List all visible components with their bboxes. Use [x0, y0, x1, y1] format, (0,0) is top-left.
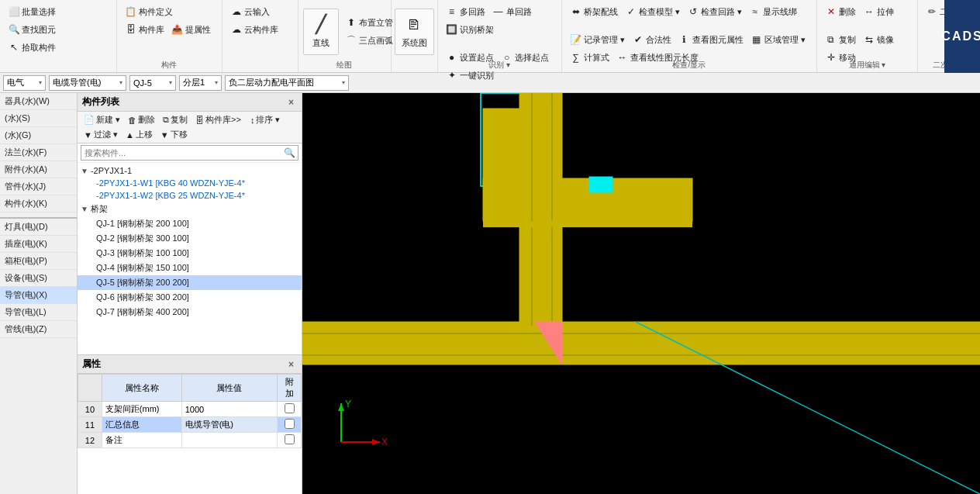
comp-panel-close[interactable]: × — [285, 97, 297, 108]
tree-node-root1[interactable]: ▼ -2PYJX1-1 — [78, 164, 302, 177]
area-manage-btn[interactable]: ▦ 区域管理 ▾ — [747, 31, 809, 48]
left-item-13[interactable]: 导管(电)(L) — [0, 304, 77, 321]
find-element-btn[interactable]: 🔍 查找图元 — [5, 21, 59, 38]
comp-filter-btn[interactable]: ▼ 过滤 ▾ — [81, 128, 121, 141]
left-item-3[interactable]: 法兰(水)(F) — [0, 144, 77, 161]
batch-select-icon: ⬜ — [8, 5, 20, 18]
cloud-input-btn[interactable]: ☁ 云输入 — [227, 3, 273, 20]
tree-node-qj3[interactable]: QJ-3 [钢制桥架 100 100] — [78, 246, 302, 261]
identify-buttons: ≡ 多回路 — 单回路 🔲 识别桥架 — [443, 3, 557, 49]
combo-discipline[interactable]: 电气 ▾ — [3, 75, 46, 91]
tree-node-qj2[interactable]: QJ-2 [钢制桥架 300 100] — [78, 231, 302, 246]
multi-loop-btn[interactable]: ≡ 多回路 — [443, 3, 488, 20]
props-row-1-val[interactable]: 电缆导管(电) — [181, 417, 277, 433]
props-col-name: 属性名称 — [102, 375, 181, 402]
single-loop-btn[interactable]: — 单回路 — [489, 3, 535, 20]
left-item-6[interactable]: 构件(水)(K) — [0, 195, 77, 212]
comp-filter-icon: ▼ — [84, 130, 92, 140]
props-row-2-val[interactable] — [181, 433, 277, 448]
left-item-10[interactable]: 箱柜(电)(P) — [0, 253, 77, 270]
delete-btn[interactable]: ✕ 删除 — [822, 3, 859, 20]
left-item-14[interactable]: 管线(电)(Z) — [0, 321, 77, 338]
left-item-11[interactable]: 设备(电)(S) — [0, 270, 77, 287]
stretch-btn[interactable]: ↔ 拉伸 — [860, 3, 897, 20]
check-loop-btn[interactable]: ↺ 检查回路 ▾ — [684, 3, 745, 20]
left-item-4[interactable]: 附件(水)(A) — [0, 161, 77, 178]
left-item-12[interactable]: 导管(电)(X) — [0, 287, 77, 304]
combo-discipline-arrow: ▾ — [39, 79, 42, 86]
bridge-wiring-btn[interactable]: ⬌ 桥架配线 — [567, 3, 621, 20]
comp-copy-btn[interactable]: ⧉ 复制 — [160, 113, 191, 126]
props-row-1-add[interactable] — [278, 417, 302, 433]
pick-component-btn[interactable]: ↖ 拾取构件 — [5, 39, 59, 56]
tree-node-qj6[interactable]: QJ-6 [钢制桥架 300 200] — [78, 290, 302, 305]
svg-rect-2 — [483, 109, 522, 186]
tree-node-qj7[interactable]: QJ-7 [钢制桥架 400 200] — [78, 305, 302, 320]
sysmap-btn[interactable]: 🖹 系统图 — [395, 9, 434, 55]
left-item-2[interactable]: (水)(G) — [0, 127, 77, 144]
section-common-edit-label: 通用编辑 ▾ — [817, 60, 917, 71]
comp-down-btn[interactable]: ▼ 下移 — [157, 128, 191, 141]
left-item-0[interactable]: 器具(水)(W) — [0, 93, 77, 110]
tree-node-qj3-label: QJ-3 [钢制桥架 100 100] — [96, 247, 189, 259]
left-item-5[interactable]: 管件(水)(J) — [0, 178, 77, 195]
props-row-1-name: 汇总信息 — [102, 417, 181, 433]
comp-delete-btn[interactable]: 🗑 删除 — [125, 113, 158, 126]
left-item-1[interactable]: (水)(S) — [0, 110, 77, 127]
comp-search: 🔍 — [78, 143, 302, 163]
props-row-1-checkbox[interactable] — [285, 419, 295, 429]
props-row-0-checkbox[interactable] — [285, 403, 295, 413]
props-row-0-val[interactable]: 1000 — [181, 402, 277, 417]
combo-floor[interactable]: 负二层动力配电平面图 ▾ — [225, 75, 349, 91]
props-close[interactable]: × — [285, 359, 297, 370]
area-manage-icon: ▦ — [751, 33, 763, 46]
tree-node-qj4-label: QJ-4 [钢制桥架 150 100] — [96, 262, 189, 274]
comp-sort-btn[interactable]: ↕ 排序 ▾ — [247, 113, 284, 126]
tree-node-qj4[interactable]: QJ-4 [钢制桥架 150 100] — [78, 261, 302, 275]
line-btn[interactable]: ╱ 直线 — [303, 9, 339, 55]
left-item-9[interactable]: 插座(电)(K) — [0, 236, 77, 253]
props-row-0-name: 支架间距(mm) — [102, 402, 181, 417]
cloud-input-icon: ☁ — [230, 5, 243, 18]
batch-select-btn[interactable]: ⬜ 批量选择 — [5, 3, 59, 20]
mirror-btn[interactable]: ⇆ 镜像 — [860, 31, 897, 48]
section-identify-label: 识别 ▾ — [438, 60, 561, 71]
comp-new-btn[interactable]: 📄 新建 ▾ — [81, 113, 123, 126]
props-row-2-checkbox[interactable] — [285, 434, 295, 444]
comp-lib-btn[interactable]: 🗄 构件库>> — [192, 113, 244, 126]
cloud-lib-btn[interactable]: ☁ 云构件库 — [227, 21, 281, 38]
view-elem-props-btn[interactable]: ℹ 查看图元属性 — [675, 31, 747, 48]
section-identify: ≡ 多回路 — 单回路 🔲 识别桥架 ● 设置起点 ○ 选择起点 ✦ — [438, 0, 562, 72]
canvas-area[interactable]: Y X — [302, 93, 980, 494]
copy-btn[interactable]: ⧉ 复制 — [822, 31, 859, 48]
tree-node-qj5[interactable]: QJ-5 [钢制桥架 200 200] — [78, 275, 302, 290]
left-item-7 — [0, 212, 77, 219]
tree-node-c1[interactable]: -2PYJX1-1-W1 [KBG 40 WDZN-YJE-4* — [78, 177, 302, 189]
pick-props-icon: 📤 — [171, 23, 184, 36]
legality-btn[interactable]: ✔ 合法性 — [629, 31, 675, 48]
check-model-btn[interactable]: ✓ 检查模型 ▾ — [622, 3, 683, 20]
props-row-2-add[interactable] — [278, 433, 302, 448]
component-define-btn[interactable]: 📋 构件定义 — [122, 3, 176, 20]
component-lib-btn[interactable]: 🗄 构件库 — [122, 21, 167, 38]
left-item-8[interactable]: 灯具(电)(D) — [0, 219, 77, 236]
tree-node-c2[interactable]: -2PYJX1-1-W2 [KBG 25 WDZN-YJE-4* — [78, 189, 302, 202]
section-cloud: ☁ 云输入 ☁ 云构件库 — [223, 0, 298, 72]
comp-lib-btn-icon: 🗄 — [195, 116, 204, 125]
record-manage-btn[interactable]: 📝 记录管理 ▾ — [567, 31, 628, 48]
comp-up-btn[interactable]: ▲ 上移 — [122, 128, 156, 141]
component-define-icon: 📋 — [125, 5, 137, 18]
comp-search-input[interactable] — [81, 145, 298, 161]
identify-bridge-btn[interactable]: 🔲 识别桥架 — [443, 21, 497, 38]
tree-node-qj1[interactable]: QJ-1 [钢制桥架 200 100] — [78, 216, 302, 231]
combo-layer[interactable]: 分层1 ▾ — [179, 75, 222, 91]
combo-type[interactable]: 电缆导管(电) ▾ — [49, 75, 126, 91]
tree-node-root2[interactable]: ▼ 桥架 — [78, 202, 302, 216]
show-line-bind-btn[interactable]: ≈ 显示线绑 — [746, 3, 800, 20]
props-row-0-add[interactable] — [278, 402, 302, 417]
tree-node-root2-label: 桥架 — [91, 203, 108, 215]
tree-node-qj2-label: QJ-2 [钢制桥架 300 100] — [96, 233, 189, 244]
combo-floor-arrow: ▾ — [342, 79, 345, 86]
combo-component[interactable]: QJ-5 ▾ — [129, 75, 176, 91]
pick-props-btn[interactable]: 📤 提属性 — [168, 21, 214, 38]
